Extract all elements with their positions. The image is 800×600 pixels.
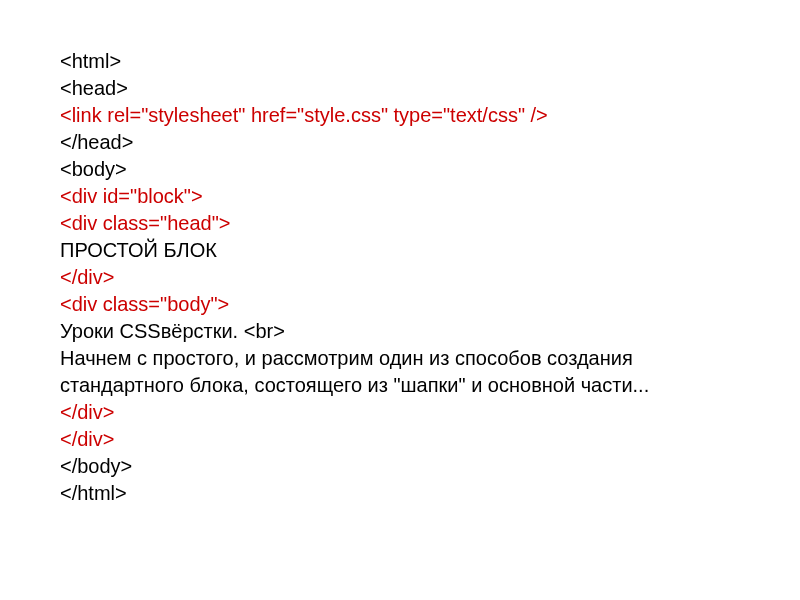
code-line: <link rel="stylesheet" href="style.css" … (60, 102, 740, 129)
code-listing: <html> <head> <link rel="stylesheet" hre… (0, 0, 800, 555)
code-line: <body> (60, 156, 740, 183)
code-line: </body> (60, 453, 740, 480)
code-line: <div class="head"> (60, 210, 740, 237)
code-line: <div class="body"> (60, 291, 740, 318)
code-line: ПРОСТОЙ БЛОК (60, 237, 740, 264)
code-line: <html> (60, 48, 740, 75)
code-line: </div> (60, 399, 740, 426)
code-line: Уроки CSSвёрстки. <br> (60, 318, 740, 345)
code-line: </html> (60, 480, 740, 507)
code-line: Начнем с простого, и рассмотрим один из … (60, 345, 740, 399)
code-line: </div> (60, 426, 740, 453)
code-line: </div> (60, 264, 740, 291)
code-line: <div id="block"> (60, 183, 740, 210)
code-line: </head> (60, 129, 740, 156)
code-line: <head> (60, 75, 740, 102)
